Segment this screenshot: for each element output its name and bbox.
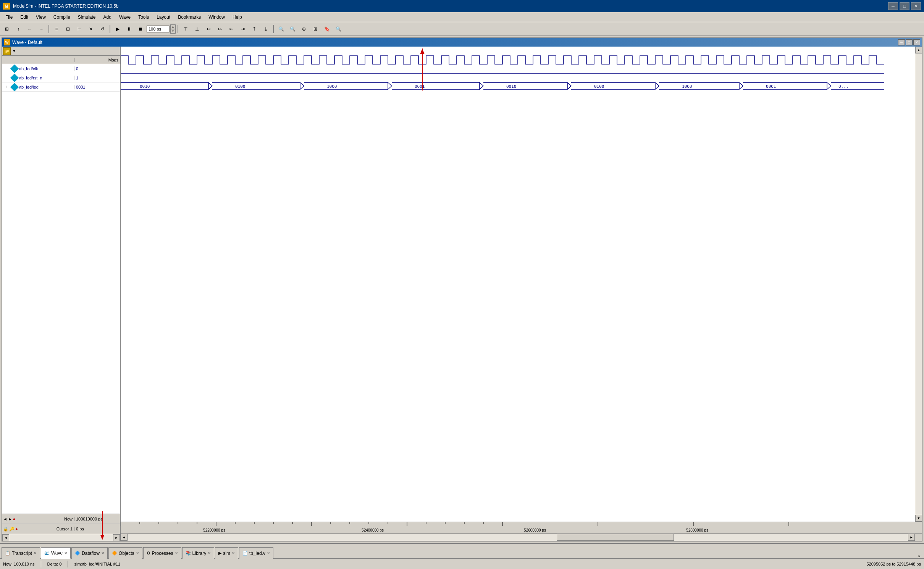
time-input[interactable]: 100 ps: [147, 26, 170, 32]
key-icon[interactable]: 🔑: [9, 527, 15, 532]
tab-library[interactable]: 📚 Library ✕: [182, 547, 215, 559]
stop-icon[interactable]: ●: [13, 517, 16, 521]
app-title: ModelSim - INTEL FPGA STARTER EDITION 10…: [13, 3, 119, 9]
menu-file[interactable]: File: [2, 14, 16, 21]
time-spinners: ▲ ▼: [170, 24, 176, 34]
toolbar-run-btn[interactable]: ▶: [112, 24, 123, 34]
tab-library-close[interactable]: ✕: [208, 551, 211, 555]
status-sep-1: [41, 561, 41, 567]
toolbar-find-btn[interactable]: 🔍: [333, 24, 344, 34]
toolbar-list-btn[interactable]: ≡: [51, 24, 62, 34]
cursor-stop-icon[interactable]: ●: [15, 527, 18, 532]
left-scroll-track[interactable]: [9, 534, 113, 541]
menu-edit[interactable]: Edit: [16, 14, 32, 21]
left-scroll-left-btn[interactable]: ◄: [2, 534, 9, 541]
toolbar-wave-btn8[interactable]: ⤓: [260, 24, 271, 34]
hscroll-left-btn[interactable]: ◄: [121, 534, 128, 541]
toolbar-wave-btn3[interactable]: ↤: [203, 24, 214, 34]
tab-expand-btn[interactable]: »: [916, 554, 922, 558]
menu-add[interactable]: Add: [100, 14, 115, 21]
toolbar-zoom-fit[interactable]: ⊕: [299, 24, 309, 34]
status-sep-2: [68, 561, 68, 567]
tab-sim[interactable]: ▶ sim ✕: [215, 547, 238, 559]
svg-text:0100: 0100: [594, 84, 604, 89]
toolbar-up-btn[interactable]: ↑: [13, 24, 24, 34]
signal-row-clk[interactable]: /tb_led/clk 0: [2, 64, 120, 73]
time-down[interactable]: ▼: [170, 29, 176, 34]
toolbar-wave-btn2[interactable]: ⊥: [192, 24, 202, 34]
tab-dataflow-close[interactable]: ✕: [101, 551, 104, 555]
signal-diamond-rst-n: [10, 73, 19, 82]
maximize-button[interactable]: □: [900, 2, 909, 10]
tab-objects[interactable]: 🔶 Objects ✕: [108, 547, 142, 559]
menu-view[interactable]: View: [32, 14, 50, 21]
menu-window[interactable]: Window: [205, 14, 229, 21]
menu-bar: File Edit View Compile Simulate Add Wave…: [0, 12, 924, 22]
toolbar-wave-btn6[interactable]: ⇥: [237, 24, 248, 34]
left-scroll-right-btn[interactable]: ►: [113, 534, 120, 541]
menu-tools[interactable]: Tools: [134, 14, 153, 21]
wave-close-btn[interactable]: ✕: [913, 39, 920, 45]
toolbar-zoom-full[interactable]: ⊞: [310, 24, 321, 34]
toolbar-list2-btn[interactable]: ⊡: [63, 24, 73, 34]
toolbar-export-btn[interactable]: ⊢: [74, 24, 85, 34]
vscroll-down-btn[interactable]: ▼: [915, 515, 922, 522]
left-hscrollbar: ◄ ►: [2, 534, 120, 541]
tab-tb-led-v[interactable]: 📄 tb_led.v ✕: [239, 547, 273, 559]
toolbar-refresh-btn[interactable]: ↺: [97, 24, 108, 34]
signal-diamond-led: [10, 82, 19, 91]
wave-window-title: Wave - Default: [12, 40, 42, 45]
signal-dropdown[interactable]: ▼: [11, 49, 17, 53]
toolbar-pause-btn[interactable]: ⏸: [124, 24, 134, 34]
wave-minimize-btn[interactable]: ─: [898, 39, 905, 45]
scroll-left-icon[interactable]: ◄: [3, 517, 7, 521]
menu-bookmarks[interactable]: Bookmarks: [174, 14, 205, 21]
tab-processes[interactable]: ⚙ Processes ✕: [143, 547, 181, 559]
cursor-value: 0 ps: [74, 527, 120, 531]
tab-tb-led-v-close[interactable]: ✕: [267, 551, 270, 555]
tab-dataflow[interactable]: 🔷 Dataflow ✕: [71, 547, 108, 559]
wave-restore-btn[interactable]: □: [906, 39, 913, 45]
toolbar-copy-btn[interactable]: ⊞: [2, 24, 12, 34]
tab-objects-close[interactable]: ✕: [136, 551, 139, 555]
tab-processes-close[interactable]: ✕: [175, 551, 178, 555]
hscroll-thumb[interactable]: [557, 534, 674, 541]
signal-value-led: 0001: [74, 85, 120, 89]
hscroll-right-btn[interactable]: ►: [908, 534, 915, 541]
tab-transcript[interactable]: 📋 Transcript ✕: [2, 547, 40, 559]
hscroll-track[interactable]: [128, 534, 908, 541]
time-up[interactable]: ▲: [170, 24, 176, 29]
tab-sim-label: sim: [223, 551, 230, 556]
toolbar-wave-btn1[interactable]: ⊤: [180, 24, 191, 34]
toolbar-marker-btn[interactable]: 🔖: [321, 24, 332, 34]
signal-expand-led[interactable]: +: [2, 85, 10, 89]
toolbar-zoom-in[interactable]: 🔍: [276, 24, 286, 34]
tab-wave-close[interactable]: ✕: [64, 551, 67, 555]
signal-row-rst-n[interactable]: /tb_led/rst_n 1: [2, 73, 120, 82]
toolbar-forward-btn[interactable]: →: [36, 24, 47, 34]
menu-wave[interactable]: Wave: [115, 14, 134, 21]
tab-transcript-close[interactable]: ✕: [34, 551, 37, 555]
menu-compile[interactable]: Compile: [50, 14, 74, 21]
toolbar-back-btn[interactable]: ←: [24, 24, 35, 34]
toolbar-zoom-out[interactable]: 🔍: [287, 24, 298, 34]
tab-library-label: Library: [192, 551, 207, 556]
scroll-right-icon[interactable]: ►: [8, 517, 12, 521]
close-button[interactable]: ✕: [911, 2, 921, 10]
toolbar-delete-btn[interactable]: ✕: [86, 24, 96, 34]
toolbar-wave-btn7[interactable]: ⤒: [249, 24, 260, 34]
signal-folder-icon[interactable]: 📁: [3, 47, 11, 55]
menu-layout[interactable]: Layout: [153, 14, 174, 21]
vscroll-track[interactable]: [915, 53, 922, 515]
toolbar-stop-btn[interactable]: ⏹: [135, 24, 146, 34]
tab-sim-close[interactable]: ✕: [232, 551, 235, 555]
toolbar-wave-btn5[interactable]: ⇤: [226, 24, 237, 34]
minimize-button[interactable]: ─: [888, 2, 898, 10]
toolbar-wave-btn4[interactable]: ↦: [215, 24, 225, 34]
vscroll-up-btn[interactable]: ▲: [915, 47, 922, 53]
menu-simulate[interactable]: Simulate: [74, 14, 100, 21]
signal-row-led[interactable]: + /tb_led/led 0001: [2, 82, 120, 92]
lock-icon[interactable]: 🔒: [3, 527, 8, 532]
menu-help[interactable]: Help: [229, 14, 246, 21]
tab-wave[interactable]: 🌊 Wave ✕: [41, 547, 71, 559]
